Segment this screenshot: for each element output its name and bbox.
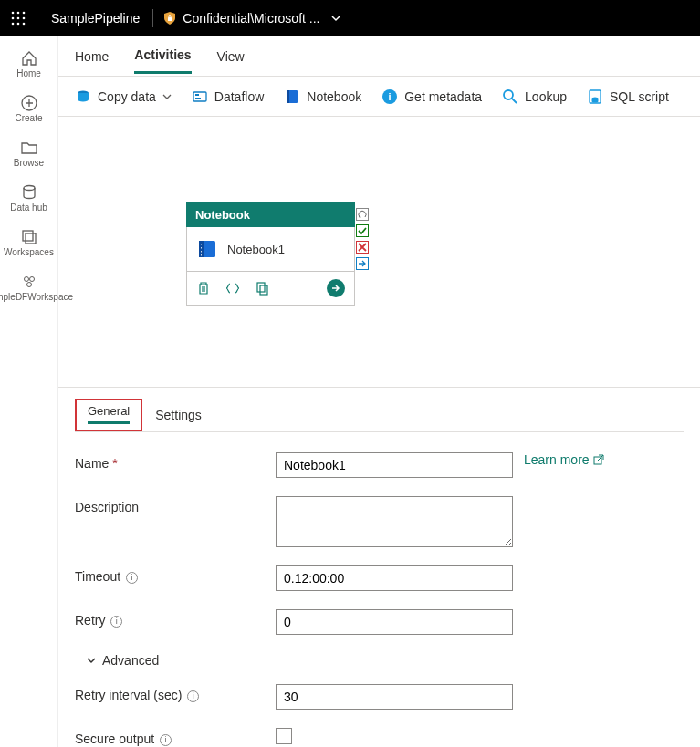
tab-home[interactable]: Home [75, 40, 109, 73]
secure-output-checkbox[interactable] [276, 728, 292, 744]
rail-create[interactable]: Create [0, 87, 58, 131]
rail-create-label: Create [15, 113, 42, 124]
toolbar-get-metadata-label: Get metadata [404, 89, 482, 104]
row-timeout: Timeout i [75, 565, 684, 591]
delete-icon[interactable] [196, 281, 211, 296]
info-icon[interactable]: i [187, 690, 199, 702]
info-icon[interactable]: i [126, 572, 138, 584]
svg-point-2 [23, 12, 26, 15]
handle-completion[interactable] [356, 257, 369, 270]
confidentiality-label: Confidential\Microsoft ... [183, 11, 319, 26]
svg-point-6 [12, 23, 15, 26]
toolbar-notebook-label: Notebook [307, 89, 361, 104]
node-actions [186, 272, 355, 306]
toolbar-dataflow-label: Dataflow [214, 89, 264, 104]
toolbar-copy-data[interactable]: Copy data [75, 88, 172, 105]
header-divider [152, 9, 153, 27]
name-label: Name * [75, 452, 276, 471]
workspace-icon [20, 273, 38, 291]
copy-icon[interactable] [255, 281, 269, 296]
rail-browse-label: Browse [14, 158, 44, 169]
folder-icon [20, 139, 38, 157]
rail-home-label: Home [16, 68, 41, 79]
node-body: Notebook1 [186, 227, 355, 272]
search-icon [502, 88, 518, 105]
learn-more-link[interactable]: Learn more [524, 452, 604, 467]
svg-rect-18 [193, 92, 206, 101]
notebook-icon [196, 238, 218, 260]
svg-rect-12 [23, 231, 33, 241]
info-icon[interactable]: i [110, 616, 122, 628]
svg-rect-33 [260, 285, 267, 295]
svg-point-1 [17, 12, 20, 15]
copy-data-icon [75, 88, 91, 105]
handle-success[interactable] [356, 224, 369, 237]
svg-point-8 [23, 23, 26, 26]
rail-workspaces[interactable]: Workspaces [0, 221, 58, 265]
node-label: Notebook1 [227, 243, 285, 256]
secure-output-label: Secure output i [75, 728, 276, 746]
code-icon[interactable] [225, 281, 240, 296]
rail-home[interactable]: Home [0, 42, 58, 87]
activities-toolbar: Copy data Dataflow Notebook i Get metada… [58, 77, 700, 117]
advanced-toggle[interactable]: Advanced [86, 653, 684, 668]
chevron-down-icon [330, 13, 341, 24]
retry-interval-label: Retry interval (sec) i [75, 684, 276, 702]
external-link-icon [593, 454, 604, 465]
svg-line-26 [512, 99, 517, 103]
timeout-label: Timeout i [75, 565, 276, 584]
toolbar-dataflow[interactable]: Dataflow [192, 88, 264, 105]
panel-divider [75, 431, 684, 432]
advanced-label: Advanced [102, 653, 159, 668]
pipeline-name[interactable]: SamplePipeline [51, 11, 140, 26]
toolbar-lookup[interactable]: Lookup [502, 88, 567, 105]
retry-input[interactable] [276, 609, 513, 635]
description-input[interactable] [276, 496, 513, 547]
svg-rect-19 [195, 94, 199, 96]
svg-point-7 [17, 23, 20, 26]
app-launcher-icon[interactable] [7, 7, 29, 29]
rail-datahub-label: Data hub [10, 202, 47, 213]
sql-script-icon [587, 88, 603, 105]
description-label: Description [75, 496, 276, 514]
tab-activities[interactable]: Activities [134, 38, 191, 74]
row-description: Description [75, 496, 684, 547]
svg-rect-22 [287, 90, 289, 103]
rail-datahub[interactable]: Data hub [0, 176, 58, 221]
row-retry: Retry i [75, 609, 684, 635]
row-secure-output: Secure output i [75, 728, 684, 746]
run-icon[interactable] [327, 279, 345, 297]
handle-failure[interactable] [356, 241, 369, 254]
svg-rect-32 [257, 283, 265, 292]
row-name: Name * Learn more [75, 452, 684, 478]
svg-point-4 [17, 17, 20, 20]
activity-node-notebook[interactable]: Notebook Notebook1 [186, 202, 355, 306]
handle-skip[interactable] [356, 208, 369, 221]
info-icon[interactable]: i [160, 734, 172, 746]
panel-tab-general[interactable]: General [75, 399, 142, 431]
panel-tab-settings[interactable]: Settings [142, 402, 214, 428]
toolbar-get-metadata[interactable]: i Get metadata [381, 88, 482, 105]
info-icon: i [381, 88, 398, 105]
svg-rect-9 [168, 17, 172, 21]
main-area: Home Activities View Copy data Dataflow … [58, 36, 700, 747]
toolbar-sql-script[interactable]: SQL script [587, 88, 669, 105]
dataflow-icon [192, 88, 208, 105]
toolbar-lookup-label: Lookup [525, 89, 567, 104]
confidentiality-selector[interactable]: Confidential\Microsoft ... [162, 11, 341, 26]
toolbar-notebook[interactable]: Notebook [284, 88, 361, 105]
chevron-down-icon [162, 92, 172, 101]
svg-point-14 [24, 277, 28, 282]
rail-browse[interactable]: Browse [0, 131, 58, 176]
node-side-handles [356, 208, 369, 270]
svg-point-3 [12, 17, 15, 20]
pipeline-canvas[interactable]: Notebook Notebook1 [58, 117, 700, 387]
tab-view[interactable]: View [217, 40, 245, 73]
notebook-icon [284, 88, 300, 105]
panel-tabs: General Settings [75, 388, 684, 431]
learn-more-label: Learn more [524, 452, 590, 467]
retry-interval-input[interactable] [276, 684, 513, 710]
timeout-input[interactable] [276, 565, 513, 591]
rail-workspace-sample[interactable]: SampleDFWorkspace [0, 265, 58, 310]
name-input[interactable] [276, 452, 513, 478]
